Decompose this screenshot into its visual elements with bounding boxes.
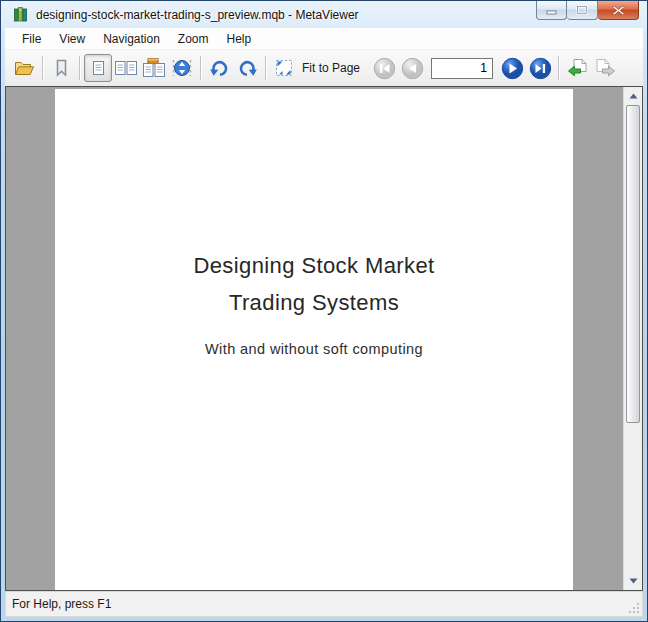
forward-button[interactable] [591,54,619,82]
toolbar-separator [42,56,43,80]
vertical-scrollbar[interactable] [623,87,642,590]
fit-to-page-label: Fit to Page [302,61,360,75]
scrollbar-thumb[interactable] [626,105,640,423]
last-page-button[interactable] [526,54,554,82]
menu-bar: File View Navigation Zoom Help [5,28,643,50]
rotate-right-icon [236,59,259,78]
menu-help[interactable]: Help [218,29,261,49]
menu-navigation[interactable]: Navigation [94,29,169,49]
facing-pages-view-button[interactable] [112,54,140,82]
rotate-left-icon [208,59,231,78]
status-text: For Help, press F1 [12,597,111,611]
app-icon [13,6,30,23]
close-button[interactable] [598,1,639,20]
scroll-up-icon [629,93,638,99]
window-controls [536,1,639,20]
first-page-button[interactable] [370,54,398,82]
window-title: designing-stock-market-trading-s_preview… [36,8,359,22]
scroll-up-button[interactable] [625,88,641,104]
bookmark-icon [55,59,68,77]
toolbar: Fit to Page [5,50,643,86]
document-page: Designing Stock Market Trading Systems W… [55,89,573,590]
single-page-icon [92,60,105,76]
book-view-icon [142,58,166,78]
resize-grip[interactable] [627,601,640,614]
menu-view[interactable]: View [50,29,94,49]
back-arrow-icon [567,58,588,78]
open-folder-icon [14,60,35,77]
maximize-button[interactable] [567,1,598,20]
continuous-scroll-button[interactable] [168,54,196,82]
minimize-button[interactable] [536,1,567,20]
document-title-line1: Designing Stock Market [55,247,573,284]
status-bar: For Help, press F1 [5,591,643,617]
first-page-icon [373,57,396,80]
single-page-view-button[interactable] [84,54,112,82]
fit-to-page-button[interactable] [270,54,298,82]
open-file-button[interactable] [10,54,38,82]
document-title-line2: Trading Systems [55,284,573,321]
toolbar-separator [79,56,80,80]
bookmark-button[interactable] [47,54,75,82]
next-page-icon [501,57,524,80]
continuous-scroll-icon [171,58,193,78]
document-view[interactable]: Designing Stock Market Trading Systems W… [5,86,643,591]
menu-zoom[interactable]: Zoom [169,29,218,49]
toolbar-separator [265,56,266,80]
menu-file[interactable]: File [13,29,50,49]
forward-arrow-icon [595,58,616,78]
title-bar[interactable]: designing-stock-market-trading-s_preview… [1,1,647,28]
document-subtitle: With and without soft computing [55,341,573,357]
toolbar-separator [558,56,559,80]
previous-page-button[interactable] [398,54,426,82]
page-number-input[interactable] [431,58,493,79]
fit-to-page-icon [275,59,293,77]
rotate-left-button[interactable] [205,54,233,82]
scroll-down-icon [629,578,638,584]
app-window: designing-stock-market-trading-s_preview… [0,0,648,622]
next-page-button[interactable] [498,54,526,82]
toolbar-separator [200,56,201,80]
rotate-right-button[interactable] [233,54,261,82]
last-page-icon [529,57,552,80]
back-button[interactable] [563,54,591,82]
scroll-down-button[interactable] [625,573,641,589]
document-title: Designing Stock Market Trading Systems [55,247,573,321]
facing-pages-icon [114,60,138,76]
book-view-button[interactable] [140,54,168,82]
previous-page-icon [401,57,424,80]
